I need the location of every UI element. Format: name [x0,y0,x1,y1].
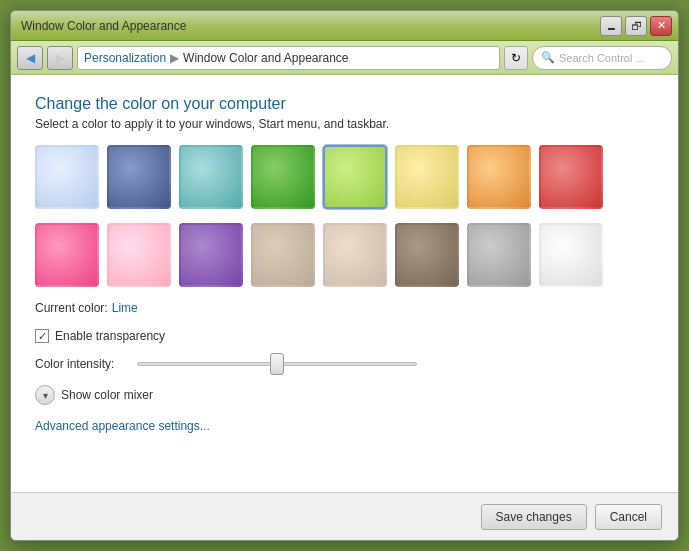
search-box[interactable]: 🔍 Search Control ... [532,46,672,70]
swatch-sky[interactable] [35,145,99,209]
forward-icon: ▶ [56,51,65,65]
intensity-slider-track[interactable] [137,362,417,366]
swatch-pearl[interactable] [539,223,603,287]
footer: Save changes Cancel [11,492,678,540]
search-icon: 🔍 [541,51,555,64]
swatch-forest[interactable] [251,145,315,209]
current-color-row: Current color: Lime [35,301,654,315]
swatch-rose[interactable] [35,223,99,287]
swatch-lemon[interactable] [395,145,459,209]
swatch-blush[interactable] [539,145,603,209]
swatch-bark[interactable] [395,223,459,287]
minimize-button[interactable]: 🗕 [600,16,622,36]
intensity-row: Color intensity: [35,357,654,371]
restore-button[interactable]: 🗗 [625,16,647,36]
swatch-lime[interactable] [323,145,387,209]
swatch-twilight[interactable] [107,145,171,209]
color-swatches-row1 [35,145,654,209]
search-placeholder: Search Control ... [559,52,645,64]
page-subtitle: Select a color to apply it to your windo… [35,117,654,131]
color-swatches-row2 [35,223,654,287]
transparency-checkbox[interactable]: ✓ [35,329,49,343]
show-mixer-label: Show color mixer [61,388,153,402]
swatch-violet[interactable] [179,223,243,287]
expand-mixer-button[interactable]: ▾ [35,385,55,405]
swatch-frost[interactable] [107,223,171,287]
transparency-label: Enable transparency [55,329,165,343]
breadcrumb-page: Window Color and Appearance [183,51,348,65]
main-window: Window Color and Appearance 🗕 🗗 ✕ ◀ ▶ Pe… [10,10,679,541]
swatch-pumpkin[interactable] [467,145,531,209]
title-bar: Window Color and Appearance 🗕 🗗 ✕ [11,11,678,41]
save-button[interactable]: Save changes [481,504,587,530]
window-title: Window Color and Appearance [17,19,596,33]
refresh-button[interactable]: ↻ [504,46,528,70]
transparency-row: ✓ Enable transparency [35,329,654,343]
swatch-wheat[interactable] [323,223,387,287]
swatch-storm[interactable] [467,223,531,287]
swatch-dusk[interactable] [251,223,315,287]
back-button[interactable]: ◀ [17,46,43,70]
expand-icon: ▾ [43,390,48,401]
intensity-label: Color intensity: [35,357,125,371]
title-bar-controls: 🗕 🗗 ✕ [600,16,672,36]
breadcrumb-personalization[interactable]: Personalization [84,51,166,65]
page-title: Change the color on your computer [35,95,654,113]
forward-button[interactable]: ▶ [47,46,73,70]
cancel-button[interactable]: Cancel [595,504,662,530]
current-color-value: Lime [112,301,138,315]
breadcrumb-sep: ▶ [170,51,179,65]
swatch-seafoam[interactable] [179,145,243,209]
advanced-settings-link[interactable]: Advanced appearance settings... [35,419,654,433]
address-breadcrumb: Personalization ▶ Window Color and Appea… [77,46,500,70]
show-mixer-row[interactable]: ▾ Show color mixer [35,385,654,405]
refresh-icon: ↻ [511,51,521,65]
address-bar: ◀ ▶ Personalization ▶ Window Color and A… [11,41,678,75]
close-button[interactable]: ✕ [650,16,672,36]
intensity-slider-thumb[interactable] [270,353,284,375]
current-color-label: Current color: [35,301,108,315]
main-content: Change the color on your computer Select… [11,75,678,492]
back-icon: ◀ [26,51,35,65]
